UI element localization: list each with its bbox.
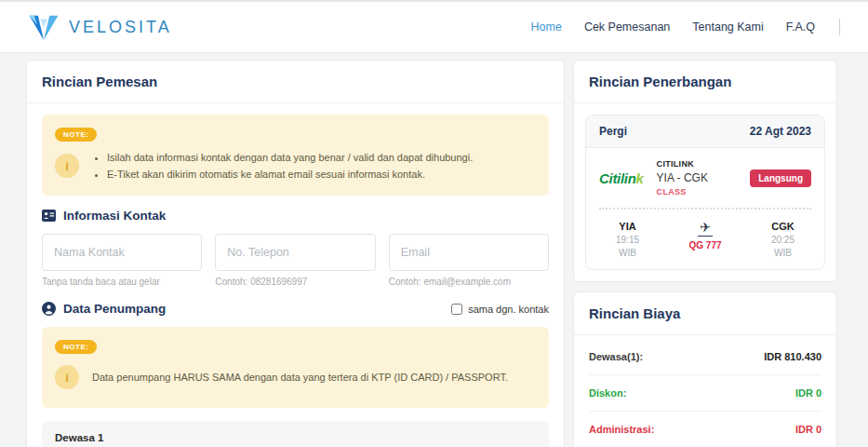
contact-name-input[interactable] bbox=[42, 234, 202, 271]
booking-title: Rincian Pemesan bbox=[27, 61, 564, 103]
top-navbar: VELOSITA Home Cek Pemesanan Tentang Kami… bbox=[0, 0, 868, 53]
contact-phone-helper: Contoh: 08281696997 bbox=[215, 277, 375, 287]
adult-passenger-box: Dewasa 1 bbox=[42, 421, 549, 447]
main-content: Rincian Pemesan NOTE: i Isilah data info… bbox=[0, 53, 868, 447]
flight-date: 22 Agt 2023 bbox=[750, 125, 811, 138]
contact-note-item: Isilah data informasi kontak dengan data… bbox=[107, 149, 473, 166]
flight-class: CLASS bbox=[657, 187, 738, 196]
contact-section-title: Informasi Kontak bbox=[42, 209, 549, 223]
booking-card: Rincian Pemesan NOTE: i Isilah data info… bbox=[26, 60, 565, 447]
departure-tz: WIB bbox=[616, 248, 639, 258]
contact-name-helper: Tanpa tanda baca atau gelar bbox=[42, 277, 202, 287]
passenger-section-label: Data Penumpang bbox=[63, 302, 166, 316]
info-icon: i bbox=[55, 154, 79, 178]
cost-row-admin: Administrasi: IDR 0 bbox=[589, 412, 821, 447]
passenger-note-box: NOTE: i Data penumpang HARUS SAMA dengan… bbox=[42, 327, 549, 408]
brand-v-icon bbox=[28, 11, 60, 43]
same-as-contact-label: sama dgn. kontak bbox=[468, 304, 549, 315]
note-badge: NOTE: bbox=[55, 340, 97, 354]
same-as-contact-checkbox-input[interactable] bbox=[451, 304, 462, 315]
cost-row-discount: Diskon: IDR 0 bbox=[589, 375, 821, 412]
brand-name: VELOSITA bbox=[69, 18, 172, 37]
flight-summary: Pergi 22 Agt 2023 Citilink CITILINK YIA … bbox=[585, 115, 825, 270]
arrival-tz: WIB bbox=[771, 248, 795, 258]
contact-section-label: Informasi Kontak bbox=[63, 209, 166, 223]
same-as-contact-checkbox[interactable]: sama dgn. kontak bbox=[451, 304, 549, 315]
flight-details-card: Rincian Penerbangan Pergi 22 Agt 2023 Ci… bbox=[573, 60, 837, 282]
flight-details-title: Rincian Penerbangan bbox=[574, 61, 836, 103]
cost-details-title: Rincian Biaya bbox=[574, 292, 836, 335]
contact-phone-input[interactable] bbox=[215, 234, 375, 271]
flight-direction: Pergi bbox=[599, 125, 627, 138]
contact-email-input[interactable] bbox=[389, 234, 549, 271]
departure-time: 19:15 bbox=[616, 235, 639, 245]
cost-label: Dewasa(1): bbox=[589, 351, 643, 362]
contact-note-list: Isilah data informasi kontak dengan data… bbox=[107, 149, 473, 183]
cost-row-adult: Dewasa(1): IDR 810.430 bbox=[589, 339, 821, 375]
direct-flight-badge: Langsung bbox=[750, 169, 811, 187]
nav-cek-pemesanan[interactable]: Cek Pemesanan bbox=[584, 20, 670, 34]
user-circle-icon bbox=[42, 302, 56, 316]
nav-home[interactable]: Home bbox=[531, 20, 562, 34]
sidebar-column: Rincian Penerbangan Pergi 22 Agt 2023 Ci… bbox=[573, 60, 837, 447]
passenger-section-title: Data Penumpang bbox=[42, 302, 166, 316]
plane-line bbox=[698, 236, 713, 237]
main-nav: Home Cek Pemesanan Tentang Kami F.A.Q bbox=[531, 19, 840, 35]
airline-name: CITILINK bbox=[657, 159, 738, 169]
nav-tentang-kami[interactable]: Tentang Kami bbox=[692, 20, 763, 34]
departure-code: YIA bbox=[616, 221, 639, 232]
note-badge: NOTE: bbox=[55, 128, 97, 142]
contact-note-box: NOTE: i Isilah data informasi kontak den… bbox=[42, 115, 549, 196]
adult-passenger-label: Dewasa 1 bbox=[55, 432, 536, 443]
cost-label: Administrasi: bbox=[589, 424, 654, 435]
cost-value: IDR 0 bbox=[795, 387, 821, 399]
cost-details-card: Rincian Biaya Dewasa(1): IDR 810.430 Dis… bbox=[573, 291, 837, 447]
contact-email-helper: Contoh: email@example.com bbox=[389, 277, 549, 287]
arrival-code: CGK bbox=[771, 221, 795, 232]
nav-faq[interactable]: F.A.Q bbox=[786, 20, 815, 34]
flight-route: YIA - CGK bbox=[657, 171, 738, 184]
passenger-note-text: Data penumpang HARUS SAMA dengan data ya… bbox=[92, 369, 508, 386]
citilink-logo: Citilink bbox=[599, 170, 644, 186]
flight-number-block: ✈ QG 777 bbox=[688, 221, 721, 258]
plane-departure-icon: ✈ bbox=[700, 221, 711, 234]
dotted-divider bbox=[599, 208, 811, 210]
cost-value: IDR 810.430 bbox=[764, 351, 821, 362]
contact-card-icon bbox=[42, 210, 56, 222]
departure-info: YIA 19:15 WIB bbox=[616, 221, 639, 258]
flight-number: QG 777 bbox=[688, 240, 721, 251]
cost-label: Diskon: bbox=[589, 387, 626, 399]
info-icon: i bbox=[55, 365, 79, 389]
contact-note-item: E-Tiket akan dikirim otomatis ke alamat … bbox=[107, 166, 473, 183]
arrival-info: CGK 20:25 WIB bbox=[771, 221, 795, 258]
brand-logo[interactable]: VELOSITA bbox=[28, 11, 172, 43]
nav-divider bbox=[839, 19, 840, 35]
cost-value: IDR 0 bbox=[795, 424, 821, 435]
arrival-time: 20:25 bbox=[771, 235, 795, 245]
